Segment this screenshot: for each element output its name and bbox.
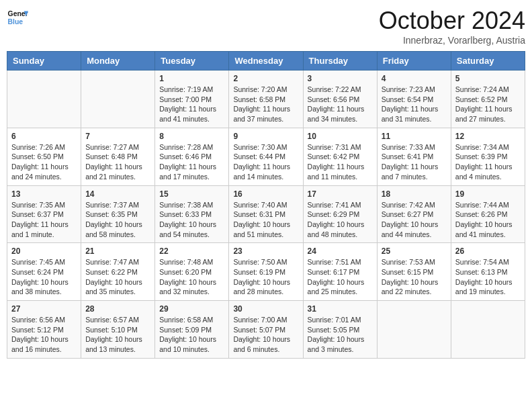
day-number: 22 xyxy=(159,246,224,256)
day-number: 15 xyxy=(159,189,224,199)
cell-content: Sunrise: 7:45 AMSunset: 6:24 PMDaylight:… xyxy=(11,257,77,297)
sunset-text: Sunset: 6:46 PM xyxy=(159,152,212,161)
daylight-text: Daylight: 11 hours and 37 minutes. xyxy=(233,105,290,123)
calendar-cell: 15Sunrise: 7:38 AMSunset: 6:33 PMDayligh… xyxy=(155,185,229,243)
day-number: 10 xyxy=(308,132,373,141)
day-number: 7 xyxy=(85,132,150,141)
calendar-cell: 19Sunrise: 7:44 AMSunset: 6:26 PMDayligh… xyxy=(451,185,525,243)
daylight-text: Daylight: 11 hours and 27 minutes. xyxy=(455,105,513,123)
cell-content: Sunrise: 7:22 AMSunset: 6:56 PMDaylight:… xyxy=(308,85,373,124)
sunrise-text: Sunrise: 7:44 AM xyxy=(455,201,509,209)
sunrise-text: Sunrise: 6:56 AM xyxy=(11,316,65,324)
cell-content: Sunrise: 7:38 AMSunset: 6:33 PMDaylight:… xyxy=(159,200,224,240)
sunset-text: Sunset: 5:12 PM xyxy=(11,326,64,334)
sunrise-text: Sunrise: 7:30 AM xyxy=(233,143,287,151)
cell-content: Sunrise: 7:47 AMSunset: 6:22 PMDaylight:… xyxy=(85,257,150,297)
calendar-table: Sunday Monday Tuesday Wednesday Thursday… xyxy=(7,51,525,359)
sunset-text: Sunset: 6:17 PM xyxy=(308,268,360,276)
sunrise-text: Sunrise: 7:45 AM xyxy=(11,258,65,266)
daylight-text: Daylight: 11 hours and 11 minutes. xyxy=(308,163,365,181)
header-sunday: Sunday xyxy=(7,52,81,71)
calendar-cell: 23Sunrise: 7:50 AMSunset: 6:19 PMDayligh… xyxy=(229,243,303,301)
calendar-week-1: 1Sunrise: 7:19 AMSunset: 7:00 PMDaylight… xyxy=(7,71,525,128)
cell-content: Sunrise: 7:41 AMSunset: 6:29 PMDaylight:… xyxy=(308,200,373,240)
calendar-cell: 22Sunrise: 7:48 AMSunset: 6:20 PMDayligh… xyxy=(155,243,229,301)
sunset-text: Sunset: 6:20 PM xyxy=(159,268,212,276)
cell-content: Sunrise: 7:50 AMSunset: 6:19 PMDaylight:… xyxy=(233,257,298,297)
sunset-text: Sunset: 6:19 PM xyxy=(233,268,285,276)
calendar-header-row: Sunday Monday Tuesday Wednesday Thursday… xyxy=(7,52,525,71)
sunrise-text: Sunrise: 7:53 AM xyxy=(382,258,435,266)
sunrise-text: Sunrise: 6:58 AM xyxy=(159,316,213,324)
cell-content: Sunrise: 6:58 AMSunset: 5:09 PMDaylight:… xyxy=(159,315,224,355)
logo-icon: General Blue xyxy=(7,7,28,28)
calendar-cell: 31Sunrise: 7:01 AMSunset: 5:05 PMDayligh… xyxy=(303,301,377,359)
calendar-cell: 24Sunrise: 7:51 AMSunset: 6:17 PMDayligh… xyxy=(303,243,377,301)
sunrise-text: Sunrise: 7:34 AM xyxy=(455,143,509,151)
header-friday: Friday xyxy=(377,52,451,71)
day-number: 20 xyxy=(11,246,77,256)
calendar-cell: 27Sunrise: 6:56 AMSunset: 5:12 PMDayligh… xyxy=(7,301,81,359)
calendar-cell: 18Sunrise: 7:42 AMSunset: 6:27 PMDayligh… xyxy=(377,185,451,243)
daylight-text: Daylight: 10 hours and 58 minutes. xyxy=(85,220,142,238)
day-number: 28 xyxy=(85,304,150,314)
cell-content: Sunrise: 7:31 AMSunset: 6:42 PMDaylight:… xyxy=(308,142,373,182)
day-number: 1 xyxy=(159,74,224,83)
cell-content: Sunrise: 7:26 AMSunset: 6:50 PMDaylight:… xyxy=(11,142,77,182)
calendar-week-4: 20Sunrise: 7:45 AMSunset: 6:24 PMDayligh… xyxy=(7,243,525,301)
cell-content: Sunrise: 7:24 AMSunset: 6:52 PMDaylight:… xyxy=(455,85,521,124)
day-number: 30 xyxy=(233,304,298,314)
sunset-text: Sunset: 6:15 PM xyxy=(382,268,434,276)
sunrise-text: Sunrise: 7:42 AM xyxy=(382,201,435,209)
sunset-text: Sunset: 6:24 PM xyxy=(11,268,64,276)
calendar-cell: 7Sunrise: 7:27 AMSunset: 6:48 PMDaylight… xyxy=(81,128,155,185)
sunrise-text: Sunrise: 7:48 AM xyxy=(159,258,213,266)
daylight-text: Daylight: 11 hours and 41 minutes. xyxy=(159,105,216,123)
svg-text:Blue: Blue xyxy=(8,18,24,26)
cell-content: Sunrise: 7:27 AMSunset: 6:48 PMDaylight:… xyxy=(85,142,150,182)
calendar-cell xyxy=(7,71,81,128)
daylight-text: Daylight: 11 hours and 21 minutes. xyxy=(85,163,142,181)
daylight-text: Daylight: 11 hours and 17 minutes. xyxy=(159,163,216,181)
sunset-text: Sunset: 6:37 PM xyxy=(11,210,64,218)
daylight-text: Daylight: 11 hours and 24 minutes. xyxy=(11,163,69,181)
daylight-text: Daylight: 10 hours and 22 minutes. xyxy=(382,278,439,296)
sunrise-text: Sunrise: 6:57 AM xyxy=(85,316,139,324)
sunset-text: Sunset: 6:39 PM xyxy=(455,152,508,161)
sunrise-text: Sunrise: 7:35 AM xyxy=(11,201,65,209)
sunset-text: Sunset: 6:27 PM xyxy=(382,210,434,218)
sunset-text: Sunset: 6:54 PM xyxy=(382,95,434,103)
sunrise-text: Sunrise: 7:41 AM xyxy=(308,201,361,209)
sunrise-text: Sunrise: 7:20 AM xyxy=(233,85,287,93)
sunrise-text: Sunrise: 7:50 AM xyxy=(233,258,287,266)
calendar-cell: 8Sunrise: 7:28 AMSunset: 6:46 PMDaylight… xyxy=(155,128,229,185)
calendar-cell: 12Sunrise: 7:34 AMSunset: 6:39 PMDayligh… xyxy=(451,128,525,185)
day-number: 31 xyxy=(308,304,373,314)
daylight-text: Daylight: 10 hours and 10 minutes. xyxy=(159,335,216,353)
day-number: 3 xyxy=(308,74,373,83)
calendar-cell: 30Sunrise: 7:00 AMSunset: 5:07 PMDayligh… xyxy=(229,301,303,359)
daylight-text: Daylight: 10 hours and 3 minutes. xyxy=(308,335,365,353)
daylight-text: Daylight: 10 hours and 54 minutes. xyxy=(159,220,216,238)
cell-content: Sunrise: 7:44 AMSunset: 6:26 PMDaylight:… xyxy=(455,200,521,240)
sunset-text: Sunset: 6:50 PM xyxy=(11,152,64,161)
header-monday: Monday xyxy=(81,52,155,71)
daylight-text: Daylight: 11 hours and 7 minutes. xyxy=(382,163,439,181)
cell-content: Sunrise: 7:37 AMSunset: 6:35 PMDaylight:… xyxy=(85,200,150,240)
calendar-cell: 3Sunrise: 7:22 AMSunset: 6:56 PMDaylight… xyxy=(303,71,377,128)
daylight-text: Daylight: 11 hours and 1 minute. xyxy=(11,220,69,238)
cell-content: Sunrise: 7:01 AMSunset: 5:05 PMDaylight:… xyxy=(308,315,373,355)
calendar-cell: 1Sunrise: 7:19 AMSunset: 7:00 PMDaylight… xyxy=(155,71,229,128)
sunset-text: Sunset: 6:33 PM xyxy=(159,210,212,218)
cell-content: Sunrise: 7:19 AMSunset: 7:00 PMDaylight:… xyxy=(159,85,224,124)
header-wednesday: Wednesday xyxy=(229,52,303,71)
day-number: 11 xyxy=(382,132,447,141)
cell-content: Sunrise: 7:54 AMSunset: 6:13 PMDaylight:… xyxy=(455,257,521,297)
day-number: 25 xyxy=(382,246,447,256)
cell-content: Sunrise: 7:23 AMSunset: 6:54 PMDaylight:… xyxy=(382,85,447,124)
sunset-text: Sunset: 5:05 PM xyxy=(308,326,360,334)
sunrise-text: Sunrise: 7:00 AM xyxy=(233,316,287,324)
sunset-text: Sunset: 6:48 PM xyxy=(85,152,138,161)
day-number: 23 xyxy=(233,246,298,256)
calendar-cell xyxy=(377,301,451,359)
